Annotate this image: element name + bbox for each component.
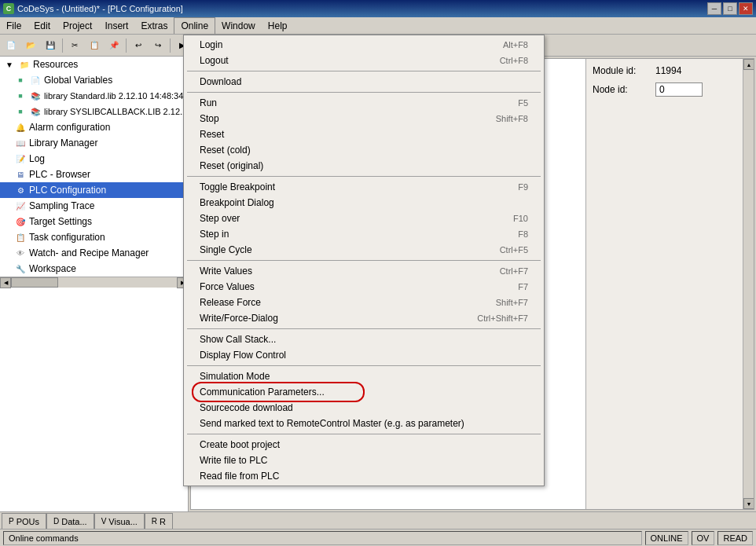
tree-plc-config-label: PLC Configuration [29,185,106,196]
menu-login[interactable]: Login Alt+F8 [184,37,544,53]
menu-display-flow-control[interactable]: Display Flow Control [184,347,544,363]
menu-download[interactable]: Download [184,74,544,90]
menu-communication-parameters[interactable]: Communication Parameters... [184,384,544,400]
watch-icon: 👁 [14,247,27,259]
menu-send-marked-text[interactable]: Send marked text to RemoteControl Master… [184,416,544,431]
tree-plc-browser[interactable]: 🖥 PLC - Browser [0,167,188,182]
toolbar-paste[interactable]: 📌 [105,37,123,54]
global-vars-file-icon: 📄 [29,74,42,86]
tab-r-icon: R [152,517,157,526]
menu-sourcecode-download[interactable]: Sourcecode download [184,400,544,416]
menu-force-values[interactable]: Force Values F7 [184,279,544,295]
menu-reset[interactable]: Reset [184,126,544,142]
tree-lib-standard[interactable]: ■ 📚 library Standard.lib 2.12.10 14:48:3… [0,88,188,104]
menu-toggle-bp-shortcut: F9 [518,182,528,192]
title-controls[interactable]: ─ □ ✕ [707,2,753,15]
tab-data[interactable]: D Data... [46,513,94,529]
menu-logout-label: Logout [200,55,229,66]
menu-window[interactable]: Window [215,17,262,34]
toolbar-undo[interactable]: ↩ [129,37,148,54]
menu-run[interactable]: Run F5 [184,95,544,111]
menu-project[interactable]: Project [57,17,98,34]
tab-pous[interactable]: P POUs [2,513,46,529]
menu-reset-cold[interactable]: Reset (cold) [184,142,544,158]
hscroll-thumb[interactable] [11,277,58,288]
menu-release-force[interactable]: Release Force Shift+F7 [184,295,544,310]
tree-library-manager[interactable]: 📖 Library Manager [0,135,188,151]
tab-r[interactable]: R R [145,513,173,529]
tree-log[interactable]: 📝 Log [0,151,188,167]
menu-online[interactable]: Online [174,17,215,34]
menu-file[interactable]: File [0,17,28,34]
menu-insert[interactable]: Insert [98,17,134,34]
toolbar-redo[interactable]: ↪ [149,37,167,54]
tree-target-settings[interactable]: 🎯 Target Settings [0,214,188,229]
tab-pous-label: POUs [17,517,39,526]
minimize-button[interactable]: ─ [707,2,721,15]
tree-alarm-config[interactable]: 🔔 Alarm configuration [0,119,188,135]
menu-write-values-label: Write Values [200,266,252,277]
menu-sourcecode-label: Sourcecode download [200,402,293,413]
title-text: CoDeSys - (Untitled)* - [PLC Configurati… [17,4,183,13]
sep-5 [187,328,541,329]
status-ov-text: OV [697,533,710,543]
menu-create-boot-project[interactable]: Create boot project [184,437,544,453]
menu-toggle-breakpoint[interactable]: Toggle Breakpoint F9 [184,179,544,195]
lib-sys-file-icon: 📚 [29,105,42,118]
menu-write-force-dialog[interactable]: Write/Force-Dialog Ctrl+Shift+F7 [184,310,544,326]
node-id-input[interactable] [655,82,703,97]
close-button[interactable]: ✕ [739,2,753,15]
menu-write-file-to-plc[interactable]: Write file to PLC [184,453,544,468]
menu-run-label: Run [200,97,217,108]
toolbar-new[interactable]: 📄 [2,37,20,54]
menu-call-stack-label: Show Call Stack... [200,334,276,345]
tree-workspace[interactable]: 🔧 Workspace [0,261,188,277]
hscroll-track[interactable] [11,277,177,288]
tree-global-variables[interactable]: ■ 📄 Global Variables [0,72,188,88]
hscroll-left[interactable]: ◀ [0,277,11,288]
menu-single-cycle[interactable]: Single Cycle Ctrl+F5 [184,242,544,258]
toolbar-save[interactable]: 💾 [41,37,60,54]
menu-bar: File Edit Project Insert Extras Online W… [0,17,756,35]
menu-download-label: Download [200,76,241,87]
menu-reset-original[interactable]: Reset (original) [184,158,544,174]
status-bar: Online commands ONLINE OV READ [0,529,756,546]
menu-write-file-label: Write file to PLC [200,455,267,466]
toolbar-open[interactable]: 📂 [21,37,40,54]
menu-logout[interactable]: Logout Ctrl+F8 [184,53,544,68]
tree-resources[interactable]: ▼ 📁 Resources [0,57,188,72]
vscroll-down[interactable]: ▼ [743,498,754,509]
menu-show-call-stack[interactable]: Show Call Stack... [184,332,544,347]
toolbar-copy[interactable]: 📋 [85,37,104,54]
menu-step-over[interactable]: Step over F10 [184,211,544,226]
tree-plc-configuration[interactable]: ⚙ PLC Configuration [0,182,188,198]
menu-simulation-mode[interactable]: Simulation Mode [184,368,544,384]
menu-breakpoint-dialog[interactable]: Breakpoint Dialog [184,195,544,211]
resources-icon: ▼ [3,58,16,71]
vscrollbar[interactable]: ▲ ▼ [743,59,754,509]
menu-help[interactable]: Help [262,17,294,34]
tree-task-config[interactable]: 📋 Task configuration [0,229,188,245]
vscroll-up[interactable]: ▲ [743,59,754,70]
menu-stop[interactable]: Stop Shift+F8 [184,111,544,126]
menu-step-in[interactable]: Step in F8 [184,226,544,242]
menu-write-values[interactable]: Write Values Ctrl+F7 [184,263,544,279]
tab-visua-label: Visua... [108,517,138,526]
menu-read-file-from-plc[interactable]: Read file from PLC [184,468,544,484]
tree-watch-recipe[interactable]: 👁 Watch- and Recipe Manager [0,245,188,261]
menu-bp-dialog-label: Breakpoint Dialog [200,197,274,208]
toolbar-cut[interactable]: ✂ [65,37,84,54]
tab-visua[interactable]: V Visua... [94,513,145,529]
maximize-button[interactable]: □ [723,2,737,15]
tree-lib-syscallback[interactable]: ■ 📚 library SYSLIBCALLBACK.LIB 2.12.1 [0,104,188,119]
menu-reset-label: Reset [200,129,224,140]
tree-resources-label: Resources [33,59,78,70]
menu-edit[interactable]: Edit [28,17,57,34]
menu-extras[interactable]: Extras [134,17,174,34]
menu-reset-cold-label: Reset (cold) [200,145,251,156]
toolbar-sep-3 [170,38,171,53]
menu-stop-shortcut: Shift+F8 [496,114,528,123]
menu-write-force-dialog-label: Write/Force-Dialog [200,313,278,324]
tree-sampling-trace[interactable]: 📈 Sampling Trace [0,198,188,214]
tree-global-vars-label: Global Variables [44,75,112,86]
